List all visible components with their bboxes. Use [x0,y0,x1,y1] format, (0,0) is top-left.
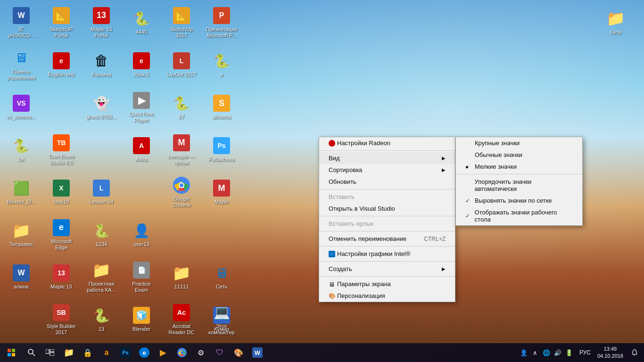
desktop-icon-urok2[interactable]: e Урок-2 [123,45,160,85]
edge-taskbar-button[interactable]: e [135,343,154,362]
ctx-item-paste-shortcut[interactable]: Вставить ярлык [319,218,455,230]
desktop-icon-network[interactable]: 🖥 Сеть [203,257,240,297]
desktop-icon-python-13[interactable]: 🐍 13 [83,299,120,339]
desktop-icon-fattakhova[interactable]: Ps Fattakhova [203,130,240,170]
user-icon[interactable]: 👤 [518,343,529,362]
battery-icon[interactable]: 🔋 [563,343,575,362]
desktop-icon-ms-edge[interactable]: e MicrosoftEdge [42,214,80,255]
desktop-icon-liana[interactable]: 📁 liana [597,2,635,42]
ctx-item-refresh[interactable]: Обновить [319,176,455,188]
ctx-item-undo-rename[interactable]: Отменить переименование CTRL+Z [319,233,455,245]
lock-button[interactable]: 🔒 [78,343,97,362]
word-taskbar-button[interactable]: W [248,343,267,362]
undo-rename-shortcut: CTRL+Z [424,236,446,242]
clock[interactable]: 13:49 04.10.2018 [594,346,627,360]
svg-line-9 [33,354,35,356]
desktop-icon-vscommu[interactable]: VS vs_commu... [2,87,40,127]
taskbar-search-button[interactable] [23,343,41,362]
vpn-button[interactable]: 🛡 [210,343,229,362]
desktop-icon-word-6g[interactable]: W 6ГуНЛЮСО... [2,2,40,42]
desktop-icon-python-a[interactable]: 🐍 a [203,45,240,85]
ctx-item-view[interactable]: Вид ▶ [319,152,455,164]
media-player-button[interactable]: ▶ [154,343,173,362]
chrome-taskbar-button[interactable] [173,343,191,362]
ctx-separator-1 [319,150,455,151]
sub-item-align-grid[interactable]: ✓ Выровнять значки по сетке [456,195,582,206]
desktop-icon-my-computer[interactable]: 💻 Этоткомпьютер [203,299,240,339]
desktop-icon-sketchup2017[interactable]: 📐 SketchUp2017 [163,2,200,42]
ctx-item-screen-params[interactable]: 🖥 Параметры экрана [319,278,455,290]
desktop-icon-google-chrome[interactable]: GoogleChrome [163,172,200,212]
ctx-item-radeon[interactable]: Настройки Radeon [319,137,455,149]
ctx-separator-5 [319,246,455,247]
ctx-separator-2 [319,189,455,189]
paint-button[interactable]: 🎨 [229,343,248,362]
create-arrow-icon: ▶ [442,266,446,272]
desktop-icon-panel[interactable]: 🖥 Панельуправления [2,45,40,85]
desktop-icon-sketchup-portal[interactable]: 📐 SketchUPPortal [42,2,80,42]
ctx-item-intel[interactable]: i Настройки графики Intel® [319,248,455,260]
desktop-icon-11111[interactable]: 📁 11111 [163,257,200,297]
desktop-icon-powerpoint[interactable]: P ПрезентацияMicrosoft P... [203,2,240,42]
network-tray-icon[interactable]: 🌐 [541,343,552,362]
desktop-icons-grid: W 6ГуНЛЮСО... 📐 SketchUPPortal 13 Maple … [2,2,243,342]
desktop-icon-project-ka[interactable]: 📁 Проектнаяработа КА... [83,257,120,297]
task-view-button[interactable] [41,343,59,362]
desktop-icon-avira[interactable]: A Avira [123,130,160,170]
desktop-icon-alinama[interactable]: S alinama [203,87,240,127]
desktop-icon-python-be[interactable]: 🐍 be [2,130,40,170]
desktop-icon-style-builder[interactable]: SB Style Builder2017 [42,299,80,339]
desktop-icon-task19[interactable]: X task19 [42,172,80,212]
svg-point-15 [181,351,183,354]
language-indicator[interactable]: РУС [577,349,594,356]
desktop-icon-templates[interactable]: 📁 Templates [2,214,40,255]
svg-rect-6 [8,353,11,356]
volume-icon[interactable]: 🔊 [552,343,563,362]
svg-point-3 [180,183,183,187]
desktop-icon-cwmaple[interactable]: M cwmaple —ярлык [163,130,200,170]
desktop-icon-alina[interactable]: W алина [2,257,40,297]
desktop-icon-bloxorz[interactable]: 🟩 Bloxorz_O... [2,172,40,212]
desktop-icon-layout2017[interactable]: L LayOut 2017 [163,45,200,85]
desktop-icon-python-1234[interactable]: 🐍 1234 [83,214,120,255]
desktop-icon-maple13-portal[interactable]: 13 Maple 13Portal [83,2,120,42]
desktop-icon-user13[interactable]: 👤 user13 [123,214,160,255]
ctx-item-personal[interactable]: 🎨 Персонализация [319,290,455,302]
desktop-icon-korzina[interactable]: 🗑 Корзина [83,45,120,85]
desktop-icon-4445[interactable]: 🐍 4445 [123,2,160,42]
sort-arrow-icon: ▶ [442,167,446,173]
desktop-icon-maple[interactable]: M Maple [203,172,240,212]
svg-rect-10 [46,349,49,354]
desktop-icon-lesson04[interactable]: L Lesson 04 [83,172,120,212]
desktop-icon-blender[interactable]: 🧊 Blender [123,299,160,339]
sub-separator-1 [456,174,582,174]
settings-button[interactable]: ⚙ [191,343,210,362]
desktop-icon-practice-exam[interactable]: 📄 PracticeExam [123,257,160,297]
amazon-button[interactable]: a [97,343,116,362]
photoshop-taskbar-button[interactable]: Ps [116,343,135,362]
file-explorer-button[interactable]: 📁 [59,343,78,362]
ctx-item-create[interactable]: Создать ▶ [319,263,455,275]
desktop-icon-toonboom[interactable]: TB Toon BoomStudio 8.0 [42,130,80,170]
desktop-icon-python-67[interactable]: 🐍 67 [163,87,200,127]
view-arrow-icon: ▶ [442,156,446,161]
sub-item-large-icons[interactable]: Крупные значки [456,137,582,149]
taskbar-right: 👤 ∧ 🌐 🔊 🔋 РУС 13:49 04.10.2018 [516,343,644,362]
sub-item-small-icons[interactable]: ● Мелкие значки [456,161,582,173]
ctx-item-paste[interactable]: Вставить [319,191,455,203]
sub-item-show-icons[interactable]: ✓ Отображать значки рабочего стола [456,206,582,225]
desktop-icon-ghost[interactable]: 👻 ghost-9760... [83,87,120,127]
desktop-icon-english-test[interactable]: e English test [42,45,80,85]
start-button[interactable] [0,343,23,362]
sub-item-auto-arrange[interactable]: Упорядочить значки автоматически [456,176,582,195]
notification-button[interactable] [627,343,642,362]
ctx-item-open-vs[interactable]: Открыть в Visual Studio [319,203,455,214]
svg-rect-11 [50,349,54,352]
chevron-up-icon[interactable]: ∧ [529,343,541,362]
desktop-icon-quicktime[interactable]: ▶ QuickTimePlayer [123,87,160,127]
sub-item-normal-icons[interactable]: Обычные значки [456,149,582,161]
desktop-icon-acrobat[interactable]: Ac AcrobatReader DC [163,299,200,339]
ctx-item-sort[interactable]: Сортировка ▶ [319,164,455,176]
desktop-icon-maple13[interactable]: 13 Maple 13 [42,257,80,297]
system-tray: 👤 ∧ 🌐 🔊 🔋 [516,343,577,362]
